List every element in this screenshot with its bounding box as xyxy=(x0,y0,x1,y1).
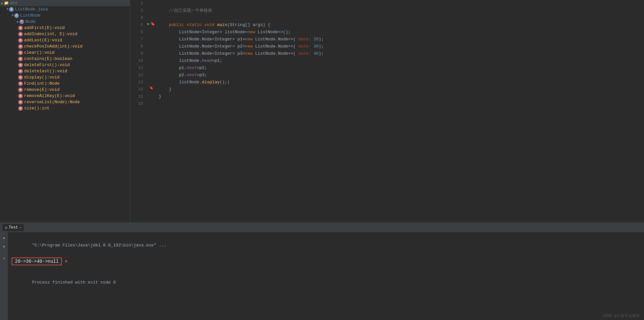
sidebar-item-label: addLast(E):void xyxy=(24,38,62,43)
line-code: //自己实现一个单链表 xyxy=(156,7,644,14)
sidebar-item-remove[interactable]: m remove(E):void xyxy=(0,87,130,93)
method-icon: m xyxy=(18,69,23,74)
sidebar-item-checkPosInAdd[interactable]: m checkPosInAdd(int):void xyxy=(0,43,130,49)
tab-test[interactable]: ⊟ Test ✕ xyxy=(3,224,24,231)
bookmark-icon-2: 🔖 xyxy=(149,86,153,90)
line-number: 16 xyxy=(130,100,146,107)
method-icon: m xyxy=(18,26,23,30)
sidebar-item-Find[interactable]: m Find(int):Node xyxy=(0,80,130,87)
sidebar-item-clear[interactable]: m clear():void xyxy=(0,49,130,56)
bottom-panel: ⊟ Test ✕ ▲ ▼ ≡ "C:\Program Files\Java\jd… xyxy=(0,222,644,320)
code-line-5: 5 ▶ 🔖 public static void main(String[] a… xyxy=(130,21,644,29)
expand-arrow-icon: ▼ xyxy=(7,7,8,11)
sidebar-item-label: ListNode xyxy=(20,13,40,18)
code-line-16: 16 xyxy=(130,100,644,107)
sidebar-item-size[interactable]: m size():int xyxy=(0,105,130,111)
sidebar-item-label: size():int xyxy=(24,106,49,111)
line-number: 7 xyxy=(130,36,146,43)
line-gutter: ▶ 🔖 xyxy=(146,21,156,26)
sidebar-item-removeAllKey[interactable]: m removeAllKey(E):void xyxy=(0,93,130,99)
sidebar-item-deleteFirst[interactable]: m deleteFirst():void xyxy=(0,62,130,68)
terminal-icon: ⊟ xyxy=(5,226,7,230)
editor-panel[interactable]: 2 3 //自己实现一个单链表 4 5 ▶ 🔖 xyxy=(130,0,644,222)
sidebar-item-deletelast[interactable]: m deletelast():void xyxy=(0,68,130,74)
code-line-2: 2 xyxy=(130,0,644,7)
line-code: } xyxy=(156,93,644,100)
process-finish-text: Process finished with exit code 0 xyxy=(32,280,115,285)
sidebar-item-label: src xyxy=(10,1,18,6)
line-number: 14 xyxy=(130,86,146,93)
sidebar: ▶ 📁 src ▼ C ListNode.java ▼ C ListNode ▶… xyxy=(0,0,130,222)
sidebar-item-listnode-class[interactable]: ▼ C ListNode xyxy=(0,12,130,19)
terminal-command-line: "C:\Program Files\Java\jdk1.8.0_192\bin\… xyxy=(12,235,640,256)
line-number: 8 xyxy=(130,43,146,50)
sidebar-item-label: contains(E):boolean xyxy=(24,56,72,61)
code-line-3: 3 //自己实现一个单链表 xyxy=(130,7,644,14)
method-icon: m xyxy=(18,75,23,80)
bookmark-icon: 🔖 xyxy=(150,21,155,26)
line-code: } xyxy=(156,86,644,93)
method-icon: m xyxy=(18,88,23,92)
scroll-up-button[interactable]: ▲ xyxy=(1,235,7,241)
sidebar-item-addFirst[interactable]: m addFirst(E):void xyxy=(0,25,130,31)
sidebar-item-label: addIndex(int, E):void xyxy=(24,32,77,36)
method-icon: m xyxy=(18,81,23,86)
run-icon[interactable]: ▶ xyxy=(147,21,150,26)
watermark-text: CSDN @小鱼不会骑车 xyxy=(603,314,640,318)
method-icon: m xyxy=(18,38,23,43)
code-line-10: 10 listNode.head=p1; xyxy=(130,57,644,64)
close-tab-icon[interactable]: ✕ xyxy=(19,226,21,230)
expand-arrow-icon: ▶ xyxy=(1,1,3,5)
code-line-4: 4 xyxy=(130,14,644,21)
terminal-output-box: 20->30->40->null xyxy=(12,257,62,265)
method-icon: m xyxy=(18,32,23,36)
class-icon: C xyxy=(14,13,19,18)
line-number: 10 xyxy=(130,57,146,64)
sidebar-item-label: deleteFirst():void xyxy=(24,63,70,67)
sidebar-item-addLast[interactable]: m addLast(E):void xyxy=(0,37,130,43)
line-number: 6 xyxy=(130,29,146,36)
method-icon: m xyxy=(18,50,23,55)
method-icon: m xyxy=(18,44,23,49)
panel-tabs-bar: ⊟ Test ✕ xyxy=(0,223,644,232)
sidebar-item-reverseList[interactable]: m reverseList(Node):Node xyxy=(0,99,130,105)
line-code: p1.next=p2; xyxy=(156,64,644,72)
code-line-8: 8 ListNode.Node<Integer> p2=new ListNode… xyxy=(130,43,644,50)
code-line-13: 13 listNode.display();| xyxy=(130,79,644,86)
sidebar-item-contains[interactable]: m contains(E):boolean xyxy=(0,56,130,62)
method-icon: m xyxy=(18,57,23,61)
search-class-icon: 🔍 xyxy=(20,20,24,24)
terminal-output-text: 20->30->40->null xyxy=(15,259,59,264)
watermark: CSDN @小鱼不会骑车 xyxy=(603,313,640,319)
code-line-11: 11 p1.next=p2; xyxy=(130,64,644,72)
folder-icon: 📁 xyxy=(4,1,9,6)
sidebar-item-addIndex[interactable]: m addIndex(int, E):void xyxy=(0,31,130,37)
filter-button[interactable]: ≡ xyxy=(1,256,7,262)
main-area: ▶ 📁 src ▼ C ListNode.java ▼ C ListNode ▶… xyxy=(0,0,644,222)
terminal-content: "C:\Program Files\Java\jdk1.8.0_192\bin\… xyxy=(8,232,644,320)
line-code: ListNode.Node<Integer> p2=new ListNode.N… xyxy=(156,43,644,50)
terminal-output-row: 20->30->40->null ➤ xyxy=(12,256,640,267)
sidebar-item-display[interactable]: m display():void xyxy=(0,74,130,80)
line-code: ListNode.Node<Integer> p3=new ListNode.N… xyxy=(156,50,644,57)
line-gutter: 🔖 xyxy=(146,86,156,90)
method-icon: m xyxy=(18,100,23,104)
expand-arrow-icon: ▼ xyxy=(12,14,14,17)
code-line-14: 14 🔖 } xyxy=(130,86,644,93)
sidebar-item-label: addFirst(E):void xyxy=(24,25,65,30)
sidebar-item-src[interactable]: ▶ 📁 src xyxy=(0,0,130,6)
editor-content: 2 3 //自己实现一个单链表 4 5 ▶ 🔖 xyxy=(130,0,644,107)
line-number: 4 xyxy=(130,14,146,21)
line-number: 5 xyxy=(130,21,146,29)
sidebar-item-node[interactable]: ▶ 🔍 Node xyxy=(0,19,130,25)
terminal-process-finish: Process finished with exit code 0 xyxy=(12,272,640,293)
expand-arrow-icon: ▶ xyxy=(17,20,19,24)
sidebar-item-label: Node xyxy=(25,19,35,24)
sidebar-item-listnode-java[interactable]: ▼ C ListNode.java xyxy=(0,6,130,12)
scroll-down-button[interactable]: ▼ xyxy=(1,244,7,250)
terminal-command: "C:\Program Files\Java\jdk1.8.0_192\bin\… xyxy=(32,243,166,248)
line-code: ListNode.Node<Integer> p1=new ListNode.N… xyxy=(156,36,644,43)
line-code: ListNode<Integer> listNode=new ListNode<… xyxy=(156,29,644,36)
tab-label: Test xyxy=(9,225,18,230)
sidebar-item-label: Find(int):Node xyxy=(24,81,60,86)
